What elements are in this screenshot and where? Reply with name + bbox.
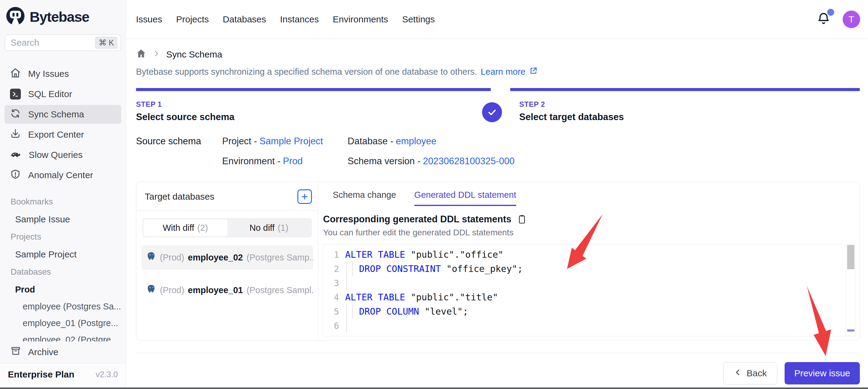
tab-with-diff[interactable]: With diff (2) bbox=[144, 219, 227, 236]
db-env-group-prod: Prod bbox=[0, 280, 126, 298]
source-project: Project -Sample Project bbox=[222, 136, 347, 147]
databases-section-title: Databases bbox=[0, 263, 126, 280]
brand-logo[interactable]: Bytebase bbox=[0, 0, 126, 28]
learn-more-link[interactable]: Learn more bbox=[480, 67, 525, 77]
diff-filter-toggle: With diff (2) No diff (1) bbox=[142, 218, 312, 238]
wizard-actions: Back Preview issue bbox=[136, 362, 860, 385]
database-link[interactable]: employee bbox=[396, 136, 436, 146]
footer-divider bbox=[136, 353, 860, 353]
source-schema-version: Schema version -20230628100325-000 bbox=[347, 156, 515, 167]
code-line: 3 bbox=[323, 276, 855, 290]
target-databases-title: Target databases bbox=[145, 192, 214, 202]
step-1[interactable]: STEP 1 Select source schema bbox=[136, 88, 491, 122]
sidebar-item-archive[interactable]: Archive bbox=[0, 341, 126, 363]
download-icon bbox=[10, 128, 21, 141]
sidebar-db-employee-02[interactable]: employee_02 (Postgre... bbox=[0, 332, 126, 341]
external-link-icon[interactable] bbox=[529, 66, 538, 77]
home-icon[interactable] bbox=[136, 48, 146, 61]
topnav-environments[interactable]: Environments bbox=[333, 14, 388, 25]
search-input[interactable]: Search ⌘ K bbox=[5, 34, 121, 51]
app-version: v2.3.0 bbox=[95, 370, 118, 379]
chevron-right-icon bbox=[152, 49, 160, 60]
step-1-progress-bar bbox=[136, 88, 491, 91]
code-line: 6 bbox=[323, 318, 855, 333]
copy-icon[interactable] bbox=[517, 214, 527, 224]
terminal-icon bbox=[10, 89, 21, 100]
environment-link[interactable]: Prod bbox=[283, 156, 303, 166]
schema-version-link[interactable]: 20230628100325-000 bbox=[423, 156, 515, 166]
add-target-database-button[interactable] bbox=[298, 189, 312, 204]
code-line: 4 ALTER TABLE "public"."title" bbox=[323, 290, 855, 304]
ddl-subtext: You can further edit the generated DDL s… bbox=[323, 228, 855, 238]
tab-schema-change[interactable]: Schema change bbox=[333, 190, 396, 206]
sidebar-item-label: Anomaly Center bbox=[28, 170, 93, 180]
target-db-row-employee-01[interactable]: (Prod) employee_01 (Postgres Sampl... bbox=[141, 278, 313, 302]
chevron-left-icon bbox=[734, 368, 742, 379]
topnav-projects[interactable]: Projects bbox=[176, 14, 209, 25]
source-schema-summary: Source schema Project -Sample Project Da… bbox=[136, 136, 860, 167]
avatar[interactable]: T bbox=[843, 10, 860, 28]
preview-issue-button[interactable]: Preview issue bbox=[784, 362, 860, 385]
notification-dot bbox=[827, 9, 834, 16]
search-shortcut-badge: ⌘ K bbox=[95, 36, 118, 49]
project-link[interactable]: Sample Project bbox=[259, 136, 323, 146]
scrollbar-thumb[interactable] bbox=[847, 245, 855, 269]
target-db-row-employee-02[interactable]: (Prod) employee_02 (Postgres Samp... bbox=[141, 245, 313, 270]
page-title: Sync Schema bbox=[166, 49, 222, 60]
sidebar-item-my-issues[interactable]: My Issues bbox=[4, 64, 121, 83]
step-indicator: STEP 1 Select source schema STEP 2 Selec… bbox=[136, 88, 860, 122]
sidebar-item-slow-queries[interactable]: Slow Queries bbox=[4, 145, 121, 164]
sidebar-item-label: Slow Queries bbox=[29, 150, 83, 160]
topnav-instances[interactable]: Instances bbox=[280, 14, 319, 25]
plan-footer[interactable]: Enterprise Plan v2.3.0 bbox=[0, 363, 126, 388]
turtle-icon bbox=[10, 148, 22, 162]
app-window: Bytebase Search ⌘ K My Issues SQL Editor… bbox=[0, 0, 868, 389]
brand-name: Bytebase bbox=[30, 8, 89, 25]
sidebar: Bytebase Search ⌘ K My Issues SQL Editor… bbox=[0, 0, 126, 388]
archive-label: Archive bbox=[28, 347, 58, 357]
top-navigation: Issues Projects Databases Instances Envi… bbox=[126, 0, 868, 39]
sidebar-item-anomaly-center[interactable]: Anomaly Center bbox=[4, 166, 121, 185]
ddl-code-editor[interactable]: 1 ALTER TABLE "public"."office" 2 DROP C… bbox=[323, 244, 855, 336]
sync-config-card: Target databases With diff (2) No diff (… bbox=[136, 182, 860, 341]
sidebar-item-export-center[interactable]: Export Center bbox=[4, 125, 121, 144]
topnav-settings[interactable]: Settings bbox=[402, 14, 435, 25]
topnav-databases[interactable]: Databases bbox=[223, 14, 266, 25]
target-databases-panel: Target databases With diff (2) No diff (… bbox=[136, 182, 318, 340]
sidebar-db-employee-01[interactable]: employee_01 (Postgre... bbox=[0, 315, 126, 332]
source-environment: Environment -Prod bbox=[222, 156, 347, 167]
sidebar-item-label: My Issues bbox=[28, 69, 69, 79]
step-2[interactable]: STEP 2 Select target databases bbox=[510, 88, 860, 122]
ddl-panel: Schema change Generated DDL statement Co… bbox=[318, 182, 860, 340]
sidebar-item-label: Sync Schema bbox=[28, 109, 84, 119]
notification-bell-icon[interactable] bbox=[817, 12, 831, 27]
sidebar-item-sql-editor[interactable]: SQL Editor bbox=[4, 85, 121, 104]
tab-no-diff[interactable]: No diff (1) bbox=[227, 219, 311, 236]
step-1-title: Select source schema bbox=[136, 112, 491, 122]
page-description: Bytebase supports synchronizing a specif… bbox=[136, 66, 860, 77]
shield-alert-icon bbox=[10, 169, 21, 182]
editor-scrollbar[interactable] bbox=[846, 244, 855, 336]
step-2-label: STEP 2 bbox=[510, 100, 860, 109]
sync-icon bbox=[10, 108, 21, 121]
bookmark-sample-issue[interactable]: Sample Issue bbox=[0, 210, 126, 228]
step-1-label: STEP 1 bbox=[136, 100, 491, 109]
back-button[interactable]: Back bbox=[723, 362, 777, 385]
postgres-icon bbox=[146, 251, 156, 264]
plan-name: Enterprise Plan bbox=[8, 369, 74, 380]
breadcrumb: Sync Schema bbox=[136, 48, 860, 61]
step-2-title: Select target databases bbox=[510, 112, 860, 122]
sidebar-db-employee[interactable]: employee (Postgres Sa... bbox=[0, 298, 126, 315]
search-placeholder: Search bbox=[10, 37, 95, 48]
code-line: 5 DROP COLUMN "level"; bbox=[323, 304, 855, 318]
sidebar-item-sync-schema[interactable]: Sync Schema bbox=[4, 105, 121, 124]
topnav-issues[interactable]: Issues bbox=[136, 14, 162, 25]
page-content: Sync Schema Bytebase supports synchroniz… bbox=[126, 39, 868, 388]
tab-generated-ddl[interactable]: Generated DDL statement bbox=[414, 190, 516, 206]
archive-icon bbox=[10, 346, 21, 358]
ddl-heading: Corresponding generated DDL statements bbox=[323, 214, 512, 225]
project-sample-project[interactable]: Sample Project bbox=[0, 245, 126, 263]
sidebar-item-label: Export Center bbox=[28, 130, 84, 140]
postgres-icon bbox=[146, 284, 156, 297]
sidebar-item-label: SQL Editor bbox=[28, 89, 72, 99]
